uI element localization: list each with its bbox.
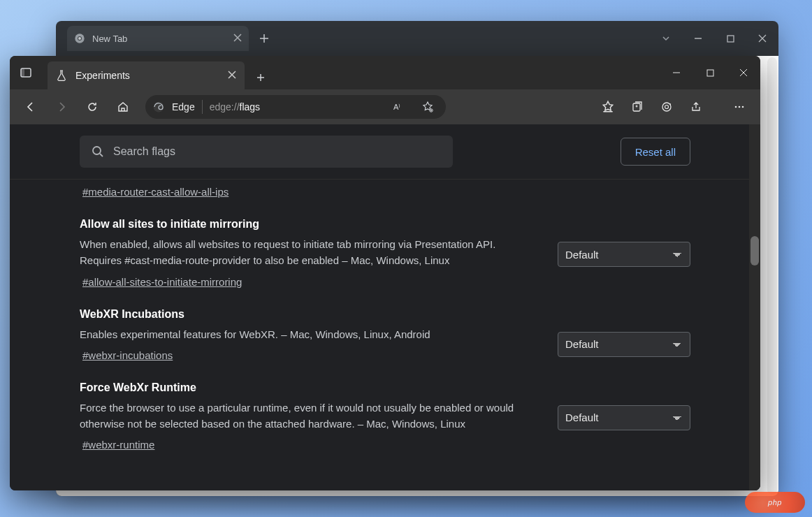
edge-logo-icon <box>152 101 165 113</box>
edge-titlebar: Experiments <box>10 56 760 89</box>
flag-select-wrap: DefaultEnabledDisabled <box>558 381 690 452</box>
flag-title: WebXR Incubations <box>80 308 537 321</box>
web-capture-button[interactable] <box>653 94 681 119</box>
flag-description: Enables experimental features for WebXR.… <box>80 326 537 342</box>
flags-header: Reset all <box>10 124 749 179</box>
back-button[interactable] <box>17 94 45 119</box>
svg-text:A⁾: A⁾ <box>393 103 400 111</box>
forward-button <box>48 94 75 119</box>
bg-window-controls <box>650 24 778 52</box>
window-controls <box>660 56 760 89</box>
page-content: Reset all #media-router-cast-allow-all-i… <box>10 124 760 490</box>
flag-anchor-link[interactable]: #webxr-runtime <box>80 439 154 451</box>
flag-select[interactable]: DefaultEnabledDisabled <box>558 405 690 430</box>
flag-text: Force WebXr RuntimeForce the browser to … <box>80 381 537 452</box>
search-input[interactable] <box>113 145 442 158</box>
address-bar[interactable]: Edge edge://flags A⁾ <box>145 95 446 119</box>
flag-item: Allow all sites to initiate mirroringWhe… <box>80 204 690 294</box>
svg-point-2 <box>78 37 81 40</box>
flag-select[interactable]: DefaultEnabledDisabled <box>558 242 690 267</box>
svg-point-13 <box>669 103 671 105</box>
flag-text: #media-router-cast-allow-all-ips <box>80 179 690 198</box>
bg-new-tab-button[interactable] <box>254 29 274 48</box>
add-favorite-button[interactable] <box>414 94 442 119</box>
close-button[interactable] <box>727 56 760 89</box>
close-icon[interactable] <box>233 34 242 44</box>
favorites-button[interactable] <box>594 94 622 119</box>
flag-anchor-link[interactable]: #allow-all-sites-to-initiate-mirroring <box>80 276 242 288</box>
minimize-button[interactable] <box>660 56 693 89</box>
refresh-button[interactable] <box>78 94 106 119</box>
flag-text: WebXR IncubationsEnables experimental fe… <box>80 308 537 362</box>
tab-actions-button[interactable] <box>10 56 42 89</box>
bg-tab-new[interactable]: New Tab <box>67 26 249 51</box>
flag-item: Force WebXr RuntimeForce the browser to … <box>80 367 690 458</box>
svg-point-17 <box>93 147 101 154</box>
flask-icon <box>56 70 67 81</box>
bg-close-button[interactable] <box>746 24 778 52</box>
flag-anchor-link[interactable]: #webxr-incubations <box>80 349 173 361</box>
bg-tab-title: New Tab <box>92 34 127 44</box>
share-button[interactable] <box>682 94 710 119</box>
search-flags-box[interactable] <box>80 136 453 168</box>
svg-point-14 <box>735 106 737 108</box>
bg-maximize-button[interactable] <box>714 24 746 52</box>
read-aloud-button[interactable]: A⁾ <box>384 94 412 119</box>
new-tab-button[interactable] <box>249 66 273 89</box>
close-icon[interactable] <box>228 70 236 81</box>
bg-dropdown-icon[interactable] <box>650 24 682 52</box>
flag-anchor-link[interactable]: #media-router-cast-allow-all-ips <box>80 186 229 198</box>
search-icon <box>91 145 105 159</box>
flag-title: Force WebXr Runtime <box>80 381 537 394</box>
address-separator <box>202 100 203 114</box>
watermark-badge: php <box>745 492 805 513</box>
flag-select[interactable]: DefaultEnabledDisabled <box>558 332 690 357</box>
tab-title: Experiments <box>75 70 130 81</box>
maximize-button[interactable] <box>693 56 727 89</box>
bg-minimize-button[interactable] <box>682 24 714 52</box>
settings-more-button[interactable] <box>725 94 753 119</box>
flag-item: WebXR IncubationsEnables experimental fe… <box>80 294 690 367</box>
svg-point-16 <box>742 106 744 108</box>
flag-title: Allow all sites to initiate mirroring <box>80 218 537 231</box>
flag-select-wrap: DefaultEnabledDisabled <box>558 308 690 362</box>
toolbar: Edge edge://flags A⁾ <box>10 89 760 124</box>
reset-all-button[interactable]: Reset all <box>621 138 690 166</box>
home-button[interactable] <box>109 94 137 119</box>
svg-rect-6 <box>707 70 713 76</box>
bg-titlebar: New Tab <box>56 21 778 56</box>
flag-select-wrap: DefaultEnabledDisabled <box>558 218 690 289</box>
content-scrollbar[interactable] <box>749 124 760 490</box>
flag-text: Allow all sites to initiate mirroringWhe… <box>80 218 537 289</box>
flag-item: #media-router-cast-allow-all-ips <box>80 179 690 204</box>
flags-list: #media-router-cast-allow-all-ipsAllow al… <box>10 179 749 490</box>
bg-scrollbar[interactable] <box>767 57 777 495</box>
svg-rect-3 <box>727 36 734 42</box>
address-brand: Edge <box>172 101 195 112</box>
flag-description: When enabled, allows all websites to req… <box>80 236 537 269</box>
flag-description: Force the browser to use a particular ru… <box>80 400 537 432</box>
svg-rect-5 <box>21 68 24 77</box>
edge-window: Experiments Edge edge://flags <box>10 56 760 490</box>
tab-well: Experiments <box>42 56 273 89</box>
address-url: edge://flags <box>210 101 260 112</box>
svg-point-15 <box>739 106 741 108</box>
tab-experiments[interactable]: Experiments <box>48 61 245 89</box>
svg-point-12 <box>665 105 669 109</box>
chrome-icon <box>74 33 85 44</box>
collections-button[interactable] <box>623 94 651 119</box>
scrollbar-thumb[interactable] <box>751 236 759 265</box>
